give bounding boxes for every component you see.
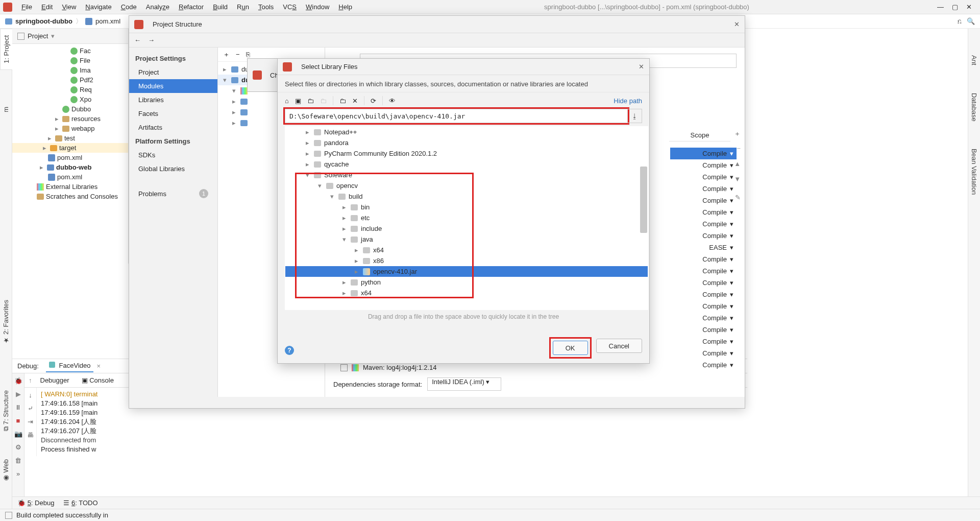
- toolbar-icon[interactable]: ⎌: [958, 17, 962, 25]
- show-hidden-icon[interactable]: 👁: [389, 97, 396, 105]
- nav-sdks[interactable]: SDKs: [129, 148, 217, 162]
- file-tree-item[interactable]: ▸python: [285, 277, 648, 288]
- dep-checkbox[interactable]: [340, 364, 348, 371]
- scope-row[interactable]: Compile▾: [670, 183, 737, 195]
- bug-icon[interactable]: 🐞: [14, 376, 22, 385]
- close-icon[interactable]: ✕: [966, 3, 972, 11]
- scope-row[interactable]: Compile▾: [670, 206, 737, 218]
- tree-item[interactable]: Ima: [12, 65, 128, 75]
- menu-window[interactable]: Window: [302, 2, 333, 12]
- download-icon[interactable]: ⭳: [628, 109, 642, 123]
- scope-row[interactable]: Compile▾: [670, 324, 737, 336]
- menu-refactor[interactable]: Refactor: [175, 2, 208, 12]
- rail-favorites[interactable]: ★ 2: Favorites: [0, 294, 12, 350]
- menu-run[interactable]: Run: [233, 2, 253, 12]
- tree-item[interactable]: ▸dubbo-web: [12, 162, 128, 172]
- tree-item[interactable]: pom.xml: [12, 172, 128, 182]
- tree-item[interactable]: Scratches and Consoles: [12, 192, 128, 201]
- path-input[interactable]: [285, 109, 628, 123]
- trash-icon[interactable]: 🗑: [14, 456, 22, 464]
- scope-row[interactable]: EASE▾: [670, 242, 737, 253]
- nav-facets[interactable]: Facets: [129, 107, 217, 121]
- nav-global-libs[interactable]: Global Libraries: [129, 162, 217, 176]
- menu-vcs[interactable]: VCS: [279, 2, 301, 12]
- menu-edit[interactable]: Edit: [37, 2, 57, 12]
- close-icon[interactable]: ×: [96, 362, 101, 370]
- file-tree-item[interactable]: ▸pandora: [285, 137, 648, 148]
- scope-row[interactable]: Compile▾: [670, 277, 737, 289]
- scope-row[interactable]: Compile▾: [670, 159, 737, 171]
- tree-item[interactable]: ▸webapp: [12, 124, 128, 133]
- file-tree-item[interactable]: ▸opencv-410.jar: [285, 266, 648, 277]
- file-tree-item[interactable]: ▸etc: [285, 212, 648, 223]
- scope-row[interactable]: Compile▾: [670, 265, 737, 277]
- minimize-icon[interactable]: —: [937, 3, 944, 11]
- nav-artifacts[interactable]: Artifacts: [129, 121, 217, 134]
- module-icon[interactable]: 🗀: [320, 97, 327, 105]
- rail-bean[interactable]: Bean Validation: [968, 143, 980, 201]
- scope-row[interactable]: Compile▾: [670, 171, 737, 183]
- rail-structure[interactable]: ⧉ 7: Structure: [0, 384, 12, 437]
- file-tree-item[interactable]: ▾java: [285, 234, 648, 245]
- rail-database[interactable]: Database: [968, 87, 980, 128]
- add-icon[interactable]: ＋: [223, 50, 230, 59]
- new-folder-icon[interactable]: 🗀: [339, 97, 346, 105]
- file-tree-item[interactable]: ▸include: [285, 223, 648, 234]
- breadcrumb-file[interactable]: pom.xml: [95, 17, 120, 25]
- status-icon[interactable]: [5, 512, 12, 519]
- tree-item[interactable]: ▸test: [12, 133, 128, 143]
- scope-row[interactable]: Compile▾: [670, 300, 737, 312]
- tree-item[interactable]: pom.xml: [12, 153, 128, 162]
- scope-row[interactable]: Compile▾: [670, 312, 737, 324]
- hide-path-link[interactable]: Hide path: [614, 97, 642, 105]
- tree-item[interactable]: Fac: [12, 46, 128, 56]
- scope-row[interactable]: Compile▾: [670, 230, 737, 242]
- copy-icon[interactable]: ⎘: [246, 51, 250, 58]
- rail-maven[interactable]: m: [0, 101, 12, 119]
- project-icon[interactable]: 🗀: [307, 97, 314, 105]
- file-tree-item[interactable]: ▾opencv: [285, 180, 648, 191]
- tree-item[interactable]: Dubbo: [12, 104, 128, 114]
- camera-icon[interactable]: 📷: [14, 430, 22, 438]
- menu-help[interactable]: Help: [334, 2, 356, 12]
- down-icon[interactable]: ↓: [27, 391, 35, 399]
- maximize-icon[interactable]: ▢: [952, 3, 958, 11]
- scope-row[interactable]: Compile▾: [670, 336, 737, 347]
- tree-item[interactable]: ▸resources: [12, 114, 128, 124]
- refresh-icon[interactable]: ⟳: [371, 97, 376, 105]
- back-icon[interactable]: ←: [134, 36, 141, 44]
- menu-navigate[interactable]: Navigate: [81, 2, 115, 12]
- help-icon[interactable]: ?: [285, 346, 294, 355]
- storage-select[interactable]: IntelliJ IDEA (.iml) ▾: [427, 377, 501, 391]
- scope-row[interactable]: Compile▾: [670, 289, 737, 300]
- chevron-down-icon[interactable]: ▾: [51, 32, 55, 40]
- breadcrumb-root[interactable]: springboot-dubbo: [15, 17, 72, 25]
- wrap-icon[interactable]: ⤶: [27, 404, 35, 412]
- nav-project[interactable]: Project: [129, 65, 217, 79]
- menu-view[interactable]: View: [58, 2, 80, 12]
- file-tree-item[interactable]: ▸qycache: [285, 159, 648, 170]
- scrollbar-thumb[interactable]: [640, 167, 647, 233]
- project-header[interactable]: Project: [28, 32, 48, 40]
- close-icon[interactable]: ✕: [734, 20, 740, 28]
- add-dep-icon[interactable]: ＋: [734, 129, 741, 138]
- tree-item[interactable]: External Libraries: [12, 182, 128, 192]
- rail-web[interactable]: ◉ Web: [0, 453, 12, 488]
- desktop-icon[interactable]: ▣: [295, 97, 301, 105]
- file-tree-item[interactable]: ▸bin: [285, 202, 648, 212]
- pause-icon[interactable]: ⏸: [14, 403, 22, 411]
- file-tree[interactable]: ▸Notepad++▸pandora▸PyCharm Community Edi…: [285, 126, 648, 310]
- nav-problems[interactable]: Problems 1: [129, 186, 217, 201]
- debug-tab-facevideo[interactable]: FaceVideo: [46, 360, 94, 372]
- menu-code[interactable]: Code: [117, 2, 141, 12]
- file-tree-item[interactable]: ▾Sofeware: [285, 170, 648, 180]
- tab-debug[interactable]: 🐞 5: Debug: [17, 499, 54, 507]
- scope-row[interactable]: Compile▾: [670, 347, 737, 359]
- tree-item[interactable]: Req: [12, 85, 128, 94]
- tab-debugger[interactable]: Debugger: [40, 376, 69, 384]
- menu-tools[interactable]: Tools: [254, 2, 278, 12]
- cancel-button[interactable]: Cancel: [596, 339, 642, 353]
- project-view-icon[interactable]: [17, 33, 24, 40]
- scope-row[interactable]: Compile▾: [670, 195, 737, 206]
- ok-button[interactable]: OK: [553, 341, 588, 355]
